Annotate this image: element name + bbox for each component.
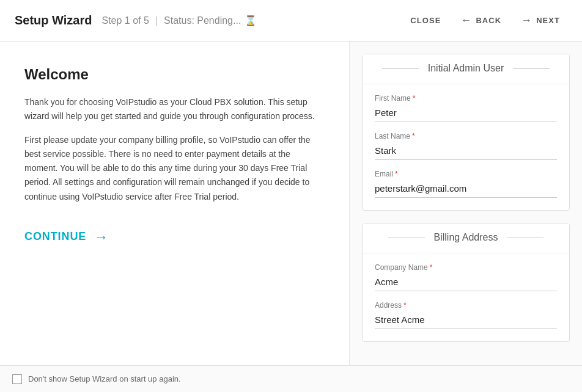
address-label: Address *	[375, 301, 557, 310]
address-group: Address *	[363, 291, 569, 329]
admin-section-header: Initial Admin User	[363, 54, 569, 84]
required-star: *	[403, 301, 407, 310]
address-input[interactable]	[375, 312, 557, 329]
last-name-input[interactable]	[375, 143, 557, 160]
next-arrow-icon: →	[521, 14, 532, 27]
email-input[interactable]	[375, 181, 557, 198]
first-name-group: First Name *	[363, 84, 569, 122]
close-button[interactable]: CLOSE	[403, 12, 448, 29]
email-label: Email *	[375, 170, 557, 178]
footer: Don't show Setup Wizard on start up agai…	[0, 365, 582, 392]
company-name-input[interactable]	[375, 274, 557, 291]
dont-show-label: Don't show Setup Wizard on start up agai…	[28, 374, 181, 383]
left-panel: Welcome Thank you for choosing VoIPstudi…	[0, 42, 350, 365]
company-name-label: Company Name *	[375, 263, 557, 272]
app-title: Setup Wizard	[15, 13, 92, 27]
required-star: *	[430, 263, 433, 272]
welcome-para1: Thank you for choosing VoIPstudio as you…	[24, 95, 325, 123]
header-actions: CLOSE ← BACK → NEXT	[403, 10, 567, 31]
admin-user-card: Initial Admin User First Name * Last Nam…	[362, 54, 570, 211]
required-star: *	[413, 94, 416, 103]
billing-address-card: Billing Address Company Name * Address *	[362, 223, 570, 342]
step-indicator: Step 1 of 5	[102, 15, 149, 26]
continue-button[interactable]: CONTINUE →	[24, 228, 109, 245]
last-name-label: Last Name *	[375, 132, 557, 140]
continue-label: CONTINUE	[24, 230, 86, 243]
welcome-title: Welcome	[24, 66, 325, 83]
status-text: Status: Pending... ⌛	[164, 15, 257, 26]
welcome-para2: First please update your company billing…	[24, 133, 325, 203]
continue-arrow-icon: →	[94, 228, 109, 245]
required-star: *	[412, 132, 415, 140]
company-name-group: Company Name *	[363, 253, 569, 291]
email-group: Email *	[363, 160, 569, 198]
first-name-input[interactable]	[375, 105, 557, 122]
right-panel: Initial Admin User First Name * Last Nam…	[350, 42, 582, 365]
first-name-label: First Name *	[375, 94, 557, 103]
main-content: Welcome Thank you for choosing VoIPstudi…	[0, 42, 582, 365]
hourglass-icon: ⌛	[245, 15, 257, 26]
required-star: *	[395, 170, 398, 178]
dont-show-checkbox[interactable]	[12, 374, 22, 384]
billing-section-header: Billing Address	[363, 223, 569, 253]
last-name-group: Last Name *	[363, 122, 569, 160]
back-arrow-icon: ←	[460, 14, 472, 27]
next-button[interactable]: → NEXT	[514, 10, 567, 31]
header: Setup Wizard Step 1 of 5 | Status: Pendi…	[0, 0, 582, 42]
back-button[interactable]: ← BACK	[453, 10, 509, 31]
header-divider: |	[155, 15, 158, 26]
